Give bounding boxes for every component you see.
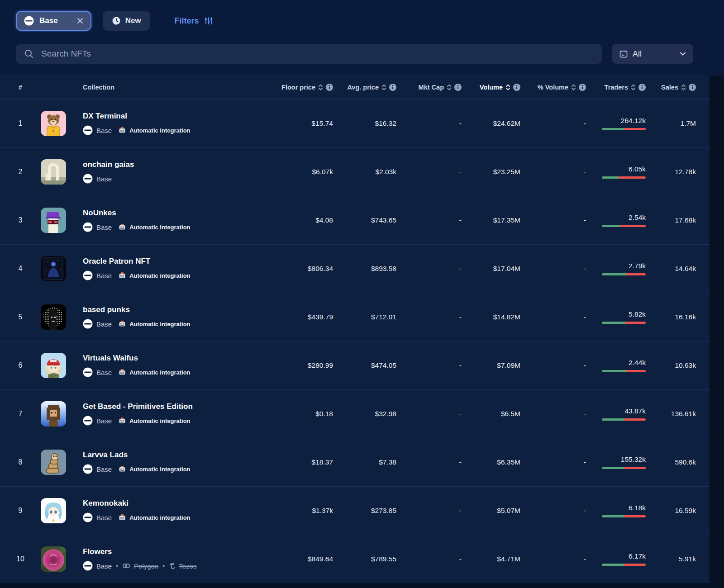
collection-avatar[interactable] (41, 159, 66, 185)
collection-name[interactable]: Flowers (83, 547, 196, 556)
collection-avatar[interactable] (41, 498, 66, 523)
base-chain-icon (83, 464, 93, 474)
mkt-cap: - (396, 265, 462, 273)
info-icon[interactable] (579, 84, 586, 91)
sales: 17.68k (646, 216, 710, 224)
traders-bar (602, 128, 646, 130)
rank: 5 (0, 313, 41, 321)
time-range-label: All (633, 49, 642, 59)
chain-label-tezos: Tezos (179, 562, 196, 570)
collection-name[interactable]: Oracle Patron NFT (83, 257, 191, 266)
collection-cell: Kemonokaki Base Automatic integration (41, 498, 265, 523)
collection-avatar[interactable] (41, 208, 66, 233)
info-icon[interactable] (454, 84, 462, 91)
sales: 14.64k (646, 265, 710, 273)
rank: 4 (0, 265, 41, 273)
table-row[interactable]: 3 NoUnkes Base Automatic integration (0, 196, 710, 244)
pct-volume: - (520, 507, 586, 515)
collection-name[interactable]: Get Based - Primitives Edition (83, 402, 193, 411)
base-chain-icon (83, 174, 93, 184)
collection-name[interactable]: DX Terminal (83, 112, 191, 121)
collection-name[interactable]: Kemonokaki (83, 499, 191, 508)
table-row[interactable]: 7 Get Based - Primitives Edition Base Au… (0, 389, 710, 438)
collection-cell: onchain gaias Base (41, 159, 265, 185)
info-icon[interactable] (638, 84, 646, 91)
header-sales[interactable]: Sales (646, 84, 710, 91)
search-bar[interactable] (16, 44, 602, 64)
chain-label: Base (96, 465, 112, 473)
table-row[interactable]: 1 DX Terminal Base Automatic integration (0, 99, 710, 147)
volume: $6.35M (462, 458, 520, 466)
collection-avatar[interactable] (41, 304, 66, 330)
header-avg-price[interactable]: Avg. price (333, 84, 396, 91)
sort-icon[interactable] (505, 84, 510, 90)
avg-price: $743.65 (333, 216, 396, 224)
table-row[interactable]: 8 Larvva Lads Base Automatic integration (0, 438, 710, 486)
info-icon[interactable] (326, 84, 333, 91)
rank: 1 (0, 119, 41, 128)
collection-name[interactable]: Larvva Lads (83, 450, 191, 460)
search-input[interactable] (40, 48, 594, 59)
filters-button[interactable]: Filters (175, 16, 213, 26)
traders-bar (602, 370, 646, 372)
header-traders[interactable]: Traders (586, 84, 646, 91)
mkt-cap: - (396, 168, 462, 176)
base-chain-icon (83, 561, 93, 571)
sort-icon[interactable] (631, 84, 636, 90)
time-range-dropdown[interactable]: All (612, 44, 693, 64)
pct-volume: - (520, 313, 586, 321)
robot-icon (118, 513, 126, 522)
chain-label: Base (96, 562, 112, 570)
collection-name[interactable]: onchain gaias (83, 160, 134, 169)
automatic-integration-badge: Automatic integration (118, 320, 190, 328)
sort-icon[interactable] (571, 84, 576, 90)
traders: 6.17k (586, 552, 646, 566)
header-volume[interactable]: Volume (462, 84, 520, 91)
filter-chip-base-label: Base (39, 16, 58, 25)
info-icon[interactable] (389, 84, 396, 91)
mkt-cap: - (396, 410, 462, 418)
sort-icon[interactable] (447, 84, 452, 90)
base-chain-icon (83, 416, 93, 426)
header-mkt-cap[interactable]: Mkt Cap (396, 84, 462, 91)
collection-avatar[interactable] (41, 256, 66, 281)
floor-price: $4.08 (265, 216, 333, 224)
collection-name[interactable]: based punks (83, 305, 191, 314)
collection-avatar[interactable] (41, 353, 66, 378)
filter-chip-new[interactable]: New (103, 11, 150, 31)
base-chain-icon (83, 125, 93, 135)
sales: 5.91k (646, 555, 710, 563)
floor-price: $806.34 (265, 265, 333, 273)
header-floor-price[interactable]: Floor price (265, 84, 333, 91)
collection-avatar[interactable] (41, 546, 66, 572)
traders-bar (602, 322, 646, 324)
header-pct-volume[interactable]: % Volume (520, 84, 586, 91)
sales: 12.78k (646, 168, 710, 176)
info-icon[interactable] (513, 84, 520, 91)
sort-icon[interactable] (681, 84, 686, 90)
avg-price: $32.98 (333, 410, 396, 418)
collection-name[interactable]: NoUnkes (83, 209, 191, 218)
calendar-icon (619, 49, 628, 58)
table-row[interactable]: 2 onchain gaias Base $6.07k $2.03k - $23… (0, 147, 710, 196)
sort-icon[interactable] (381, 84, 386, 90)
table-row[interactable]: 5 based punks Base Automatic integration (0, 293, 710, 341)
collection-cell: Larvva Lads Base Automatic integration (41, 450, 265, 475)
volume: $4.71M (462, 555, 520, 563)
close-icon[interactable] (77, 18, 83, 24)
collection-avatar[interactable] (41, 111, 66, 136)
filter-chip-base[interactable]: Base (16, 11, 91, 31)
search-icon (24, 49, 34, 59)
base-chain-icon (83, 367, 93, 377)
chevron-down-icon (680, 52, 686, 56)
collection-name[interactable]: Virtuals Waifus (83, 354, 191, 363)
table-row[interactable]: 6 Virtuals Waifus Base Automatic integra… (0, 341, 710, 389)
table-row[interactable]: 4 Oracle Patron NFT Base Automatic integ… (0, 244, 710, 293)
robot-icon (118, 368, 126, 376)
collection-avatar[interactable] (41, 450, 66, 475)
table-row[interactable]: 10 Flowers Base • Polygon • Tezos (0, 535, 710, 583)
table-row[interactable]: 9 Kemonokaki Base Automatic integration (0, 486, 710, 535)
sort-icon[interactable] (318, 84, 323, 90)
info-icon[interactable] (689, 84, 696, 91)
collection-avatar[interactable] (41, 401, 66, 427)
